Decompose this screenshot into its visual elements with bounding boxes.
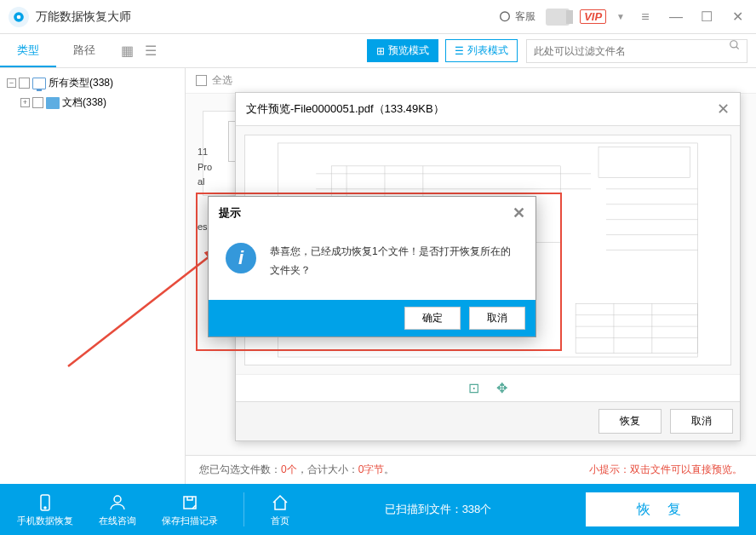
zoom-tool-icon[interactable]: ⊡ [468,380,479,396]
save-scan-button[interactable]: 保存扫描记录 [162,492,218,527]
folder-icon [46,97,60,109]
select-all-label: 全选 [212,73,232,88]
svg-rect-10 [598,147,690,177]
filter-input[interactable] [526,39,747,63]
confirm-body: i 恭喜您，已经成功恢复1个文件！是否打开恢复所在的文件夹？ [209,229,536,300]
checkbox[interactable] [32,97,43,108]
tab-type[interactable]: 类型 [0,34,56,67]
preview-tools: ⊡ ✥ [236,374,740,401]
home-button[interactable]: 首页 [270,492,290,527]
sidebar: − 所有类型(338) + 文档(338) [0,68,186,484]
list-mode-button[interactable]: ☰ 列表模式 [445,39,518,62]
preview-header: 文件预览-File0000051.pdf（133.49KB） ✕ [236,93,740,126]
status-text: 您已勾选文件数：0个，合计大小：0字节。 [199,463,394,477]
confirm-footer: 确定 取消 [209,300,536,337]
monitor-icon [32,78,46,89]
minimize-button[interactable]: — [666,7,686,27]
preview-footer: 恢复 取消 [236,401,740,440]
confirm-ok-button[interactable]: 确定 [404,307,461,330]
menu-button[interactable]: ≡ [635,7,656,27]
info-icon: i [226,243,256,273]
tab-path[interactable]: 路径 [56,34,112,67]
preview-title: 文件预览-File0000051.pdf（133.49KB） [246,101,444,117]
svg-point-3 [730,41,737,48]
account-dropdown[interactable]: ▼ [616,12,625,21]
grid-icon: ⊞ [376,45,385,57]
fit-tool-icon[interactable]: ✥ [496,380,507,396]
list-view-icon[interactable]: ☰ [145,43,162,60]
tree-doc[interactable]: + 文档(338) [17,93,181,112]
select-all-checkbox[interactable] [196,75,207,86]
svg-point-1 [17,14,21,19]
preview-mode-button[interactable]: ⊞ 预览模式 [367,39,438,62]
list-icon: ☰ [455,45,464,57]
confirm-dialog: 提示 ✕ i 恭喜您，已经成功恢复1个文件！是否打开恢复所在的文件夹？ 确定 取… [208,196,536,337]
svg-point-7 [114,496,121,503]
vip-badge: VIP [580,9,606,24]
search-icon[interactable] [729,39,741,55]
confirm-close-button[interactable]: ✕ [513,204,525,222]
customer-service-button[interactable]: 客服 [498,9,536,24]
svg-rect-22 [576,303,697,353]
confirm-title: 提示 [219,205,241,221]
scan-status: 已扫描到文件：338个 [316,502,560,517]
collapse-icon[interactable]: − [7,78,16,88]
phone-recovery-button[interactable]: 手机数据恢复 [17,492,73,527]
confirm-header: 提示 ✕ [209,197,536,229]
svg-point-6 [44,507,46,509]
tree-root[interactable]: − 所有类型(338) [3,73,181,93]
checkbox[interactable] [19,78,30,89]
maximize-button[interactable]: ☐ [696,7,717,27]
svg-line-4 [736,47,739,49]
confirm-message: 恭喜您，已经成功恢复1个文件！是否打开恢复所在的文件夹？ [270,243,518,279]
grid-view-icon[interactable]: ▦ [121,43,138,60]
preview-cancel-button[interactable]: 取消 [670,409,733,434]
status-hint: 小提示：双击文件可以直接预览。 [589,463,742,477]
preview-restore-button[interactable]: 恢复 [598,409,662,434]
expand-icon[interactable]: + [20,98,30,107]
toolbar: 类型 路径 ▦ ☰ ⊞ 预览模式 ☰ 列表模式 [0,34,756,68]
recover-button[interactable]: 恢 复 [586,492,739,526]
online-consult-button[interactable]: 在线咨询 [99,492,136,527]
close-button[interactable]: ✕ [727,7,747,27]
divider [243,492,244,526]
app-title: 万能数据恢复大师 [36,9,498,25]
status-bar: 您已勾选文件数：0个，合计大小：0字节。 小提示：双击文件可以直接预览。 [186,455,756,484]
app-icon [9,7,29,27]
preview-close-button[interactable]: ✕ [717,100,730,118]
user-avatar[interactable] [546,9,570,26]
select-all-bar: 全选 [186,68,756,94]
footer: 手机数据恢复 在线咨询 保存扫描记录 首页 已扫描到文件：338个 恢 复 [0,484,756,535]
confirm-cancel-button[interactable]: 取消 [469,307,525,330]
titlebar: 万能数据恢复大师 客服 VIP ▼ ≡ — ☐ ✕ [0,0,756,34]
